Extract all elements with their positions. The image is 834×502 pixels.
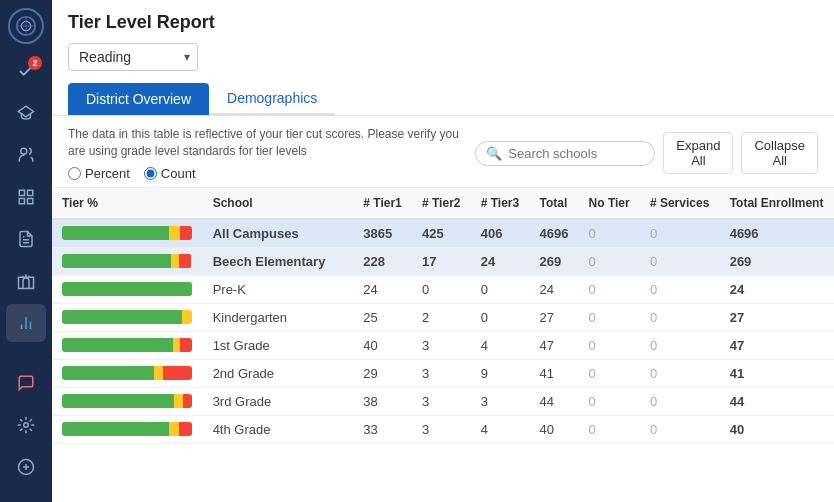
- tier3-cell: 9: [471, 359, 530, 387]
- search-input[interactable]: [508, 146, 638, 161]
- no_tier-cell: 0: [579, 247, 640, 275]
- total-cell: 4696: [529, 219, 578, 248]
- sidebar-item-building[interactable]: [6, 262, 46, 300]
- svg-point-4: [21, 148, 27, 154]
- sidebar-item-settings[interactable]: [6, 406, 46, 444]
- main-content: Tier Level Report Reading District Overv…: [52, 0, 834, 502]
- tier-bar: [62, 254, 192, 268]
- subject-select-wrapper[interactable]: Reading: [68, 43, 198, 71]
- school-name-cell: 3rd Grade: [203, 387, 354, 415]
- sidebar-item-document[interactable]: [6, 220, 46, 258]
- tier-bar: [62, 394, 192, 408]
- tier1-cell: 25: [353, 303, 412, 331]
- svg-point-15: [24, 423, 29, 428]
- tier-green-segment: [62, 254, 171, 268]
- search-icon: 🔍: [486, 146, 502, 161]
- page-title: Tier Level Report: [68, 12, 818, 33]
- tier-bar: [62, 366, 192, 380]
- enrollment-cell: 269: [720, 247, 834, 275]
- tier-red-segment: [163, 366, 192, 380]
- tier2-cell: 3: [412, 415, 471, 443]
- tier3-cell: 0: [471, 303, 530, 331]
- tier3-cell: 406: [471, 219, 530, 248]
- services-cell: 0: [640, 247, 720, 275]
- toolbar-right: 🔍 Expand All Collapse All: [475, 132, 818, 174]
- tier-bar-cell: [52, 359, 203, 387]
- tier-yellow-segment: [174, 394, 183, 408]
- enrollment-cell: 4696: [720, 219, 834, 248]
- data-table: Tier % School # Tier1 # Tier2 # Tier3 To…: [52, 188, 834, 444]
- sidebar-item-graduation[interactable]: [6, 94, 46, 132]
- tier-green-segment: [62, 422, 169, 436]
- school-name-cell: Pre-K: [203, 275, 354, 303]
- tier-bar: [62, 310, 192, 324]
- total-cell: 27: [529, 303, 578, 331]
- sidebar-item-add[interactable]: [6, 448, 46, 486]
- radio-percent[interactable]: Percent: [68, 166, 130, 181]
- school-name-cell: 2nd Grade: [203, 359, 354, 387]
- col-total: Total: [529, 188, 578, 219]
- tier-bar-cell: [52, 219, 203, 248]
- search-box[interactable]: 🔍: [475, 141, 655, 166]
- no_tier-cell: 0: [579, 415, 640, 443]
- table-row: Pre-K2400240024: [52, 275, 834, 303]
- tier3-cell: 4: [471, 415, 530, 443]
- services-cell: 0: [640, 387, 720, 415]
- table-row: Kindergarten2520270027: [52, 303, 834, 331]
- no_tier-cell: 0: [579, 331, 640, 359]
- table-row: All Campuses38654254064696004696: [52, 219, 834, 248]
- tier3-cell: 3: [471, 387, 530, 415]
- tier2-cell: 3: [412, 387, 471, 415]
- toolbar-left: The data in this table is reflective of …: [68, 126, 475, 181]
- enrollment-cell: 40: [720, 415, 834, 443]
- enrollment-cell: 44: [720, 387, 834, 415]
- radio-percent-label: Percent: [85, 166, 130, 181]
- radio-percent-input[interactable]: [68, 167, 81, 180]
- sidebar-item-people[interactable]: [6, 136, 46, 174]
- svg-rect-8: [28, 199, 33, 204]
- subject-select[interactable]: Reading: [68, 43, 198, 71]
- no_tier-cell: 0: [579, 275, 640, 303]
- tier1-cell: 3865: [353, 219, 412, 248]
- tab-district-overview[interactable]: District Overview: [68, 83, 209, 115]
- sidebar-item-message[interactable]: [6, 364, 46, 402]
- no_tier-cell: 0: [579, 219, 640, 248]
- tier-yellow-segment: [169, 226, 181, 240]
- tier-bar: [62, 282, 192, 296]
- col-tier-bar: Tier %: [52, 188, 203, 219]
- sidebar: 2: [0, 0, 52, 502]
- tier2-cell: 0: [412, 275, 471, 303]
- table-row: Beech Elementary228172426900269: [52, 247, 834, 275]
- tab-demographics[interactable]: Demographics: [209, 83, 335, 115]
- tier-red-segment: [180, 338, 192, 352]
- radio-count-input[interactable]: [144, 167, 157, 180]
- services-cell: 0: [640, 331, 720, 359]
- toolbar: The data in this table is reflective of …: [52, 116, 834, 188]
- tier1-cell: 33: [353, 415, 412, 443]
- tier-red-segment: [179, 254, 191, 268]
- tier-yellow-segment: [173, 338, 181, 352]
- radio-count-label: Count: [161, 166, 196, 181]
- sidebar-item-group[interactable]: [6, 178, 46, 216]
- tier-green-segment: [62, 226, 169, 240]
- expand-all-button[interactable]: Expand All: [663, 132, 733, 174]
- tier-yellow-segment: [171, 254, 179, 268]
- sidebar-item-check[interactable]: 2: [6, 52, 46, 90]
- table-row: 1st Grade4034470047: [52, 331, 834, 359]
- enrollment-cell: 47: [720, 331, 834, 359]
- tier1-cell: 40: [353, 331, 412, 359]
- tier3-cell: 0: [471, 275, 530, 303]
- collapse-all-button[interactable]: Collapse All: [741, 132, 818, 174]
- school-name-cell: 1st Grade: [203, 331, 354, 359]
- tier-green-segment: [62, 394, 174, 408]
- school-name-cell: Kindergarten: [203, 303, 354, 331]
- sidebar-item-chart[interactable]: [6, 304, 46, 342]
- tier-yellow-segment: [154, 366, 163, 380]
- tier2-cell: 3: [412, 331, 471, 359]
- tier-bar-cell: [52, 275, 203, 303]
- radio-count[interactable]: Count: [144, 166, 196, 181]
- tier2-cell: 2: [412, 303, 471, 331]
- col-tier1: # Tier1: [353, 188, 412, 219]
- school-name-cell: All Campuses: [203, 219, 354, 248]
- no_tier-cell: 0: [579, 359, 640, 387]
